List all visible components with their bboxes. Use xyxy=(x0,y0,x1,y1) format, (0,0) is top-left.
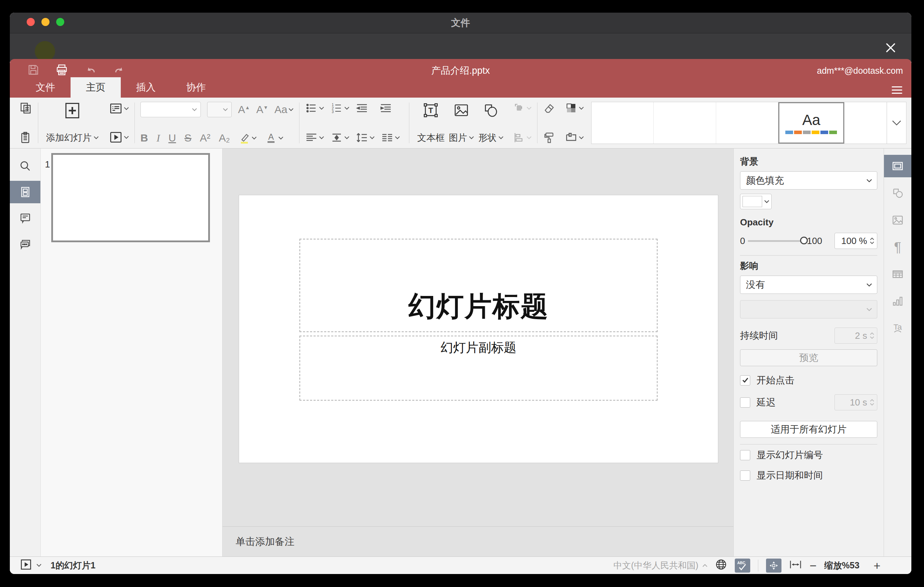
clear-style-icon[interactable] xyxy=(543,102,556,114)
increase-font-icon[interactable]: A▲ xyxy=(238,104,250,115)
preview-button[interactable]: 预览 xyxy=(740,349,877,366)
start-on-click-label: 开始点击 xyxy=(757,374,794,386)
arrange-shape-icon[interactable] xyxy=(513,102,531,114)
mac-titlebar: 文件 xyxy=(10,13,911,33)
line-spacing-icon[interactable] xyxy=(356,131,375,144)
show-slide-number-checkbox[interactable] xyxy=(740,450,750,460)
bold-icon[interactable]: B xyxy=(140,132,148,144)
change-case-icon[interactable]: Aa xyxy=(274,104,294,115)
apply-to-all-button[interactable]: 适用于所有幻灯片 xyxy=(740,421,877,438)
effect-label: 影响 xyxy=(740,260,877,272)
document-language-icon[interactable] xyxy=(715,559,727,572)
copy-style-icon[interactable] xyxy=(543,131,556,144)
shape-settings-rail-item[interactable] xyxy=(884,182,911,204)
underline-icon[interactable]: U xyxy=(168,132,176,144)
search-rail-item[interactable] xyxy=(10,155,40,177)
font-color-icon[interactable]: A xyxy=(265,132,283,144)
theme-tile-selected[interactable]: Aa xyxy=(778,102,844,143)
slides-rail-item[interactable] xyxy=(10,181,40,203)
superscript-icon[interactable]: A² xyxy=(200,132,210,144)
font-size-select[interactable] xyxy=(207,102,232,117)
opacity-spinner[interactable]: 100 % xyxy=(835,233,877,249)
slide-title-text: 幻灯片标题 xyxy=(408,288,549,325)
text-box-button[interactable]: T 文本框 xyxy=(415,101,447,145)
theme-tile[interactable] xyxy=(716,102,778,143)
comments-rail-item[interactable] xyxy=(10,207,40,229)
slide-settings-rail-item[interactable] xyxy=(884,155,911,177)
theme-swatch xyxy=(820,130,828,134)
image-button[interactable]: 图片 xyxy=(447,101,476,145)
tab-file[interactable]: 文件 xyxy=(20,77,71,97)
ribbon-tabs: 文件 主页 插入 协作 xyxy=(10,77,911,97)
numbered-list-icon[interactable]: 123 xyxy=(330,102,349,114)
app-window: 文件 xyxy=(10,13,911,574)
add-slide-button[interactable]: 添加幻灯片 xyxy=(44,101,101,145)
increase-indent-icon[interactable] xyxy=(380,102,392,114)
paragraph-settings-rail-item[interactable]: ¶ xyxy=(884,236,911,258)
background-color-swatch[interactable] xyxy=(740,194,772,209)
subtitle-placeholder[interactable]: 幻灯片副标题 xyxy=(299,336,658,401)
chat-rail-item[interactable] xyxy=(10,233,40,255)
theme-colors-icon[interactable] xyxy=(565,102,584,114)
theme-tile[interactable] xyxy=(844,102,887,143)
image-settings-rail-item[interactable] xyxy=(884,209,911,231)
show-date-time-checkbox[interactable] xyxy=(740,470,750,481)
opacity-slider-thumb[interactable] xyxy=(800,237,808,244)
slide-size-icon[interactable] xyxy=(565,131,584,144)
vertical-align-icon[interactable] xyxy=(330,131,349,144)
horizontal-align-icon[interactable] xyxy=(305,131,324,144)
notes-area[interactable]: 单击添加备注 xyxy=(223,526,733,556)
copy-icon[interactable] xyxy=(20,102,32,114)
svg-text:A: A xyxy=(268,132,274,142)
slide-surface[interactable]: 幻灯片标题 幻灯片副标题 xyxy=(239,195,718,463)
slide-counter: 1的幻灯片1 xyxy=(51,560,96,571)
close-icon[interactable] xyxy=(884,41,897,54)
italic-icon[interactable]: I xyxy=(157,132,160,144)
menu-icon[interactable] xyxy=(892,84,902,93)
spell-check-toggle[interactable]: ABC xyxy=(735,559,750,572)
slideshow-options-icon[interactable] xyxy=(36,564,41,567)
text-box-label: 文本框 xyxy=(417,132,444,144)
tab-insert[interactable]: 插入 xyxy=(121,77,171,97)
language-selector[interactable]: 中文(中华人民共和国) xyxy=(614,560,699,571)
effect-type-select xyxy=(740,300,877,318)
fit-to-slide-button[interactable] xyxy=(766,559,782,572)
zoom-level[interactable]: 缩放%53 xyxy=(824,560,860,571)
bullet-list-icon[interactable] xyxy=(305,102,324,114)
fit-to-width-button[interactable] xyxy=(789,559,802,572)
theme-swatch xyxy=(829,130,837,134)
start-slideshow-status-icon[interactable] xyxy=(20,559,31,572)
effect-select[interactable]: 没有 xyxy=(740,275,877,294)
theme-tile[interactable] xyxy=(592,102,654,143)
decrease-font-icon[interactable]: A▼ xyxy=(256,104,268,115)
slide-layout-icon[interactable] xyxy=(109,102,129,115)
slide-thumbnail-number: 1 xyxy=(45,159,50,170)
align-shape-icon[interactable] xyxy=(513,131,531,144)
subscript-icon[interactable]: A₂ xyxy=(219,132,230,144)
strikethrough-icon[interactable]: S xyxy=(184,132,191,144)
editing-canvas[interactable]: 幻灯片标题 幻灯片副标题 xyxy=(223,148,733,526)
slide-subtitle-text: 幻灯片副标题 xyxy=(441,339,516,356)
decrease-indent-icon[interactable] xyxy=(356,102,368,114)
background-fill-select[interactable]: 颜色填充 xyxy=(740,171,877,190)
zoom-in-button[interactable]: + xyxy=(873,560,881,572)
title-placeholder[interactable]: 幻灯片标题 xyxy=(299,239,658,332)
theme-tile[interactable] xyxy=(654,102,716,143)
tab-collaboration[interactable]: 协作 xyxy=(171,77,221,97)
chart-settings-rail-item[interactable] xyxy=(884,290,911,312)
zoom-out-button[interactable]: − xyxy=(810,560,817,572)
font-name-select[interactable] xyxy=(140,102,201,117)
start-slideshow-icon[interactable] xyxy=(109,130,129,144)
shape-button[interactable]: 形状 xyxy=(476,101,505,145)
slide-thumbnail[interactable] xyxy=(51,153,210,242)
highlight-color-icon[interactable] xyxy=(238,132,257,144)
paste-icon[interactable] xyxy=(20,131,32,144)
opacity-slider[interactable] xyxy=(748,240,804,242)
start-on-click-checkbox[interactable] xyxy=(740,375,750,386)
theme-gallery-expand-icon[interactable] xyxy=(887,102,906,143)
tab-home[interactable]: 主页 xyxy=(71,77,121,97)
text-art-settings-rail-item[interactable]: Ta xyxy=(884,317,911,340)
table-settings-rail-item[interactable] xyxy=(884,263,911,285)
delay-checkbox[interactable] xyxy=(740,397,750,407)
columns-icon[interactable] xyxy=(381,131,400,144)
